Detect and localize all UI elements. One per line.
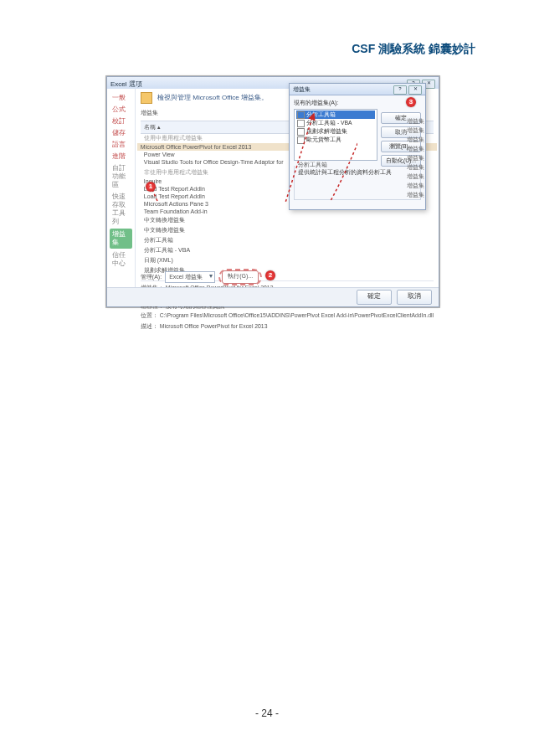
addins-titlebar: 增益集 ? ✕	[290, 84, 425, 95]
list-item: 增益集	[407, 181, 424, 190]
page-footer: - 24 -	[0, 707, 534, 719]
list-item-label: 分析工具箱 - VBA	[306, 120, 352, 126]
list-item[interactable]: 歐元貨幣工具	[296, 136, 375, 144]
annotation-marker-1: 1	[146, 182, 156, 192]
manage-select[interactable]: Excel 增益集	[165, 271, 215, 283]
dialog-title: Excel 選項	[110, 80, 142, 89]
list-item: 增益集	[407, 190, 424, 199]
type-column: 增益集 增益集 增益集 增益集 增益集 增益集 增益集 增益集 增益集	[407, 116, 424, 199]
table-row[interactable]: 分析工具箱 - VBA	[141, 245, 434, 255]
annotation-marker-2: 2	[265, 270, 275, 280]
ok-button[interactable]: 確定	[357, 290, 392, 305]
sidebar-item-save[interactable]: 儲存	[107, 127, 135, 139]
sidebar-item-addins[interactable]: 增益集	[110, 229, 132, 249]
group-text: 提供統計與工程分析的資料分析工具	[298, 169, 392, 175]
sidebar-item-label: 增益集	[112, 230, 126, 246]
sidebar-item-lang[interactable]: 語言	[107, 139, 135, 151]
cancel-button[interactable]: 取消	[397, 290, 432, 305]
checkbox-icon[interactable]	[297, 128, 305, 136]
list-item[interactable]: 規劃求解增益集	[296, 127, 375, 136]
list-item-label: 歐元貨幣工具	[306, 136, 341, 142]
addin-description-group: 分析工具箱 提供統計與工程分析的資料分析工具	[294, 166, 421, 200]
dialog-footer: 確定 取消	[107, 287, 439, 306]
content-header: 檢視與管理 Microsoft Office 增益集。	[157, 94, 268, 101]
sidebar-item-proof[interactable]: 校訂	[107, 116, 135, 127]
sidebar-item-ribbon[interactable]: 自訂功能區	[107, 162, 135, 191]
checkbox-icon[interactable]	[297, 111, 305, 119]
sidebar-item-formula[interactable]: 公式	[107, 104, 135, 116]
checkbox-icon[interactable]	[297, 120, 305, 127]
checkbox-icon[interactable]	[297, 136, 305, 144]
list-item[interactable]: 分析工具箱	[296, 111, 375, 119]
list-item: 增益集	[407, 162, 424, 172]
addin-header-icon	[141, 92, 152, 104]
addins-title: 增益集	[293, 85, 311, 94]
sidebar-item-general[interactable]: 一般	[107, 92, 135, 104]
list-item: 增益集	[407, 116, 424, 126]
page-header: CSF 測驗系統 錦囊妙計	[352, 42, 475, 57]
help-icon[interactable]: ?	[393, 85, 407, 95]
available-label: 現有的增益集(A):	[294, 99, 421, 107]
options-sidebar: 一般 公式 校訂 儲存 語言 進階 自訂功能區 快速存取工具列 增益集 信任中心	[107, 89, 136, 288]
sidebar-item-adv[interactable]: 進階	[107, 151, 135, 162]
screenshot-figure: Excel 選項 ? ✕ 一般 公式 校訂 儲存 語言 進階 自訂功能區 快速存…	[105, 75, 440, 308]
list-item: 增益集	[407, 126, 424, 135]
addins-listbox[interactable]: 分析工具箱 分析工具箱 - VBA 規劃求解增益集 歐元貨幣工具	[294, 109, 377, 161]
detail-key: 位置：	[141, 312, 158, 318]
detail-key: 描述：	[141, 323, 158, 329]
table-row[interactable]: 分析工具箱	[141, 235, 434, 245]
list-item: 增益集	[407, 144, 424, 153]
sidebar-item-trust[interactable]: 信任中心	[107, 249, 135, 270]
manage-row: 管理(A): Excel 增益集 執行(G)...	[141, 269, 262, 285]
table-row[interactable]: 中文轉換增益集	[141, 225, 434, 235]
group-title: 分析工具箱	[296, 162, 329, 169]
detail-val: Microsoft Office PowerPivot for Excel 20…	[160, 323, 268, 329]
list-item-label: 規劃求解增益集	[306, 128, 347, 134]
table-row[interactable]: 中文轉換增益集	[141, 215, 434, 225]
detail-val: C:\Program Files\Microsoft Office\Office…	[160, 312, 434, 318]
annotation-marker-3: 3	[406, 97, 416, 107]
go-button-highlight: 執行(G)...	[218, 269, 262, 285]
list-item: 增益集	[407, 172, 424, 181]
manage-label: 管理(A):	[141, 273, 162, 281]
list-item: 增益集	[407, 135, 424, 144]
list-item: 增益集	[407, 153, 424, 162]
list-item-label: 分析工具箱	[306, 111, 336, 117]
list-item[interactable]: 分析工具箱 - VBA	[296, 119, 375, 127]
go-button[interactable]: 執行(G)...	[222, 270, 259, 284]
sidebar-item-qat[interactable]: 快速存取工具列	[107, 191, 135, 228]
close-icon[interactable]: ✕	[408, 85, 422, 95]
table-row[interactable]: 日期 (XML)	[141, 255, 434, 265]
